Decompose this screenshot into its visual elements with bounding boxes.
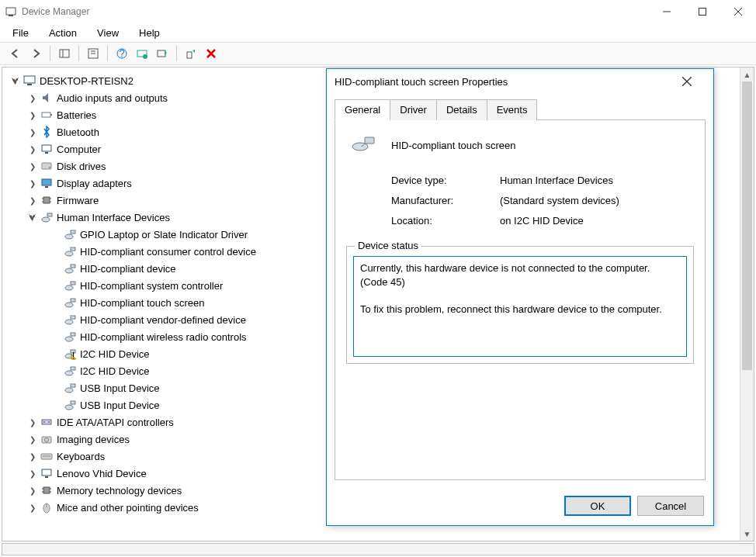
menu-help[interactable]: Help xyxy=(134,26,165,40)
svg-rect-66 xyxy=(42,469,51,476)
vertical-scrollbar[interactable]: ▲ ▼ xyxy=(740,67,754,541)
collapse-icon[interactable]: ⮟ xyxy=(10,77,21,85)
tab-general[interactable]: General xyxy=(335,99,390,120)
tree-device-label: USB Input Device xyxy=(80,400,160,411)
svg-rect-20 xyxy=(27,84,32,85)
tab-driver[interactable]: Driver xyxy=(390,99,437,120)
menu-action[interactable]: Action xyxy=(44,26,81,40)
tree-category-label: Disk drives xyxy=(57,161,106,172)
svg-rect-56 xyxy=(71,384,75,387)
svg-point-14 xyxy=(143,54,147,59)
titlebar: Device Manager xyxy=(0,0,756,23)
separator xyxy=(78,46,79,61)
svg-point-57 xyxy=(65,405,73,410)
tree-category-label: Mice and other pointing devices xyxy=(57,502,199,514)
svg-rect-49 xyxy=(71,333,75,336)
expand-icon[interactable]: ❯ xyxy=(27,503,38,512)
collapse-icon[interactable]: ⮟ xyxy=(27,213,38,222)
separator xyxy=(107,46,108,61)
separator xyxy=(176,46,177,61)
svg-rect-54 xyxy=(71,367,75,370)
expand-icon[interactable]: ❯ xyxy=(27,196,38,205)
menu-file[interactable]: File xyxy=(8,26,33,40)
menubar: File Action View Help xyxy=(0,23,756,42)
svg-point-36 xyxy=(65,234,73,239)
close-button[interactable] xyxy=(720,0,756,23)
hid-dev-icon xyxy=(63,365,77,377)
tree-category-label: Imaging devices xyxy=(57,434,130,445)
svg-rect-78 xyxy=(365,137,374,144)
chip-icon xyxy=(40,484,54,496)
tree-device-label: I2C HID Device xyxy=(80,365,150,377)
scroll-thumb[interactable] xyxy=(742,81,752,370)
chip-icon xyxy=(40,194,54,206)
expand-icon[interactable]: ❯ xyxy=(27,435,38,444)
device-status-textbox[interactable]: Currently, this hardware device is not c… xyxy=(353,256,687,357)
tree-category-label: Lenovo Vhid Device xyxy=(57,468,147,479)
maximize-button[interactable] xyxy=(685,0,720,23)
expand-icon[interactable]: ❯ xyxy=(27,486,38,495)
scroll-down-icon[interactable]: ▼ xyxy=(740,527,754,541)
monitor-icon xyxy=(40,143,54,155)
tab-events[interactable]: Events xyxy=(487,99,538,120)
expand-icon[interactable]: ❯ xyxy=(27,452,38,461)
show-hide-tree-button[interactable] xyxy=(55,44,74,63)
tree-category-label: Human Interface Devices xyxy=(57,212,170,223)
expand-icon[interactable]: ❯ xyxy=(27,179,38,188)
tree-device-label: I2C HID Device xyxy=(80,348,150,360)
tree-category-label: Batteries xyxy=(57,109,96,121)
dialog-title-text: HID-compliant touch screen Properties xyxy=(335,76,682,88)
menu-view[interactable]: View xyxy=(92,26,123,40)
svg-point-60 xyxy=(43,421,45,423)
cancel-button[interactable]: Cancel xyxy=(637,496,704,516)
expand-icon[interactable]: ❯ xyxy=(27,128,38,137)
scan-hardware-button[interactable] xyxy=(133,44,151,63)
dialog-titlebar[interactable]: HID-compliant touch screen Properties xyxy=(327,69,713,94)
dialog-close-button[interactable] xyxy=(682,77,706,86)
svg-rect-27 xyxy=(42,179,51,185)
expand-icon[interactable]: ❯ xyxy=(27,162,38,171)
expand-icon[interactable]: ❯ xyxy=(27,469,38,478)
expand-icon[interactable]: ❯ xyxy=(27,145,38,154)
update-driver-button[interactable] xyxy=(153,44,172,63)
ok-button[interactable]: OK xyxy=(564,496,631,516)
hid-dev-icon xyxy=(63,279,77,292)
svg-rect-1 xyxy=(9,15,13,16)
tree-device-label: USB Input Device xyxy=(80,382,160,394)
expand-icon[interactable]: ❯ xyxy=(27,418,38,427)
tree-device-label: GPIO Laptop or Slate Indicator Driver xyxy=(80,229,248,240)
minimize-button[interactable] xyxy=(649,0,685,23)
svg-rect-35 xyxy=(47,213,52,216)
scroll-up-icon[interactable]: ▲ xyxy=(740,67,754,81)
tab-details[interactable]: Details xyxy=(436,99,487,120)
forward-button[interactable] xyxy=(26,44,45,63)
tree-category-label: IDE ATA/ATAPI controllers xyxy=(57,417,174,428)
expand-icon[interactable]: ❯ xyxy=(27,94,38,102)
display-icon xyxy=(40,177,54,189)
uninstall-button[interactable] xyxy=(182,44,200,63)
keyboard-icon xyxy=(40,450,54,462)
bluetooth-icon xyxy=(40,126,54,138)
device-type-label: Device type: xyxy=(391,175,500,186)
svg-point-61 xyxy=(48,421,50,423)
expand-icon[interactable]: ❯ xyxy=(27,111,38,119)
svg-point-53 xyxy=(65,371,73,375)
disable-button[interactable] xyxy=(202,44,220,63)
tab-strip: General Driver Details Events xyxy=(335,99,706,120)
hid-dev-icon xyxy=(63,245,77,258)
svg-rect-67 xyxy=(45,476,48,478)
battery-icon xyxy=(40,109,54,121)
svg-rect-68 xyxy=(43,487,50,493)
ide-icon xyxy=(40,416,54,428)
hid-dev-icon xyxy=(63,296,77,309)
back-button[interactable] xyxy=(6,44,25,63)
tree-category-label: Bluetooth xyxy=(57,126,99,138)
tree-category-label: Memory technology devices xyxy=(57,485,182,496)
help-button[interactable]: ? xyxy=(113,44,131,63)
properties-button[interactable] xyxy=(84,44,102,63)
hid-dev-icon xyxy=(63,313,77,326)
window-title: Device Manager xyxy=(22,6,649,17)
svg-rect-3 xyxy=(699,9,706,16)
hid-dev-icon xyxy=(63,228,77,240)
manufacturer-value: (Standard system devices) xyxy=(500,195,619,206)
